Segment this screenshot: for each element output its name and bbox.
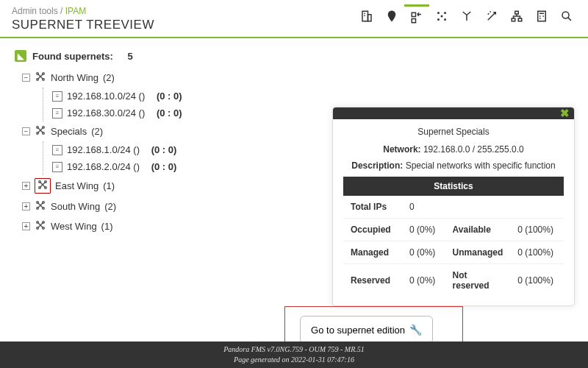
svg-point-6: [437, 12, 440, 14]
tree-leaf[interactable]: ≡192.168.10.0/24 () (0 : 0): [52, 88, 573, 105]
breadcrumb-root[interactable]: Admin tools: [12, 6, 58, 16]
svg-point-19: [562, 12, 569, 18]
svg-point-10: [441, 15, 443, 18]
supernet-icon: [35, 219, 46, 233]
svg-rect-13: [518, 18, 522, 21]
svg-rect-5: [412, 18, 415, 22]
expander-icon[interactable]: −: [22, 74, 30, 82]
expander-icon[interactable]: +: [22, 202, 30, 210]
toolbar-pin-icon[interactable]: [379, 4, 404, 28]
svg-rect-11: [515, 11, 519, 14]
toolbar: [354, 4, 579, 28]
selected-indicator: [35, 178, 51, 194]
detail-panel: ✖ Supernet Specials Network: 192.168.0.0…: [332, 107, 575, 306]
footer: Pandora FMS v7.0NG.759 - OUM 759 - MR.51…: [0, 342, 588, 368]
stats-header: Statistics: [343, 177, 564, 196]
svg-point-7: [444, 12, 446, 14]
svg-rect-1: [368, 15, 372, 21]
panel-title: Supernet Specials: [343, 127, 564, 137]
breadcrumb-current[interactable]: IPAM: [65, 6, 86, 16]
tree-row-north[interactable]: − North Wing (2): [22, 68, 573, 88]
toolbar-scatter-icon[interactable]: [429, 4, 454, 28]
toolbar-wand-icon[interactable]: [479, 4, 504, 28]
wrench-icon: 🔧: [409, 324, 422, 336]
subnet-icon: ≡: [52, 162, 62, 172]
close-icon[interactable]: ✖: [560, 107, 570, 120]
toolbar-branch-icon[interactable]: [454, 4, 479, 28]
svg-point-8: [437, 18, 440, 21]
supernet-icon: [35, 199, 46, 213]
expander-icon[interactable]: −: [22, 127, 30, 135]
expander-icon[interactable]: +: [22, 222, 30, 230]
goto-supernet-edition-button[interactable]: Go to supernet edition 🔧: [300, 316, 433, 344]
toolbar-building-icon[interactable]: [354, 4, 379, 28]
subnet-icon: ≡: [52, 108, 62, 118]
svg-point-9: [444, 18, 446, 21]
svg-rect-4: [412, 13, 415, 16]
expander-icon[interactable]: +: [22, 182, 30, 190]
supernet-icon: [37, 179, 49, 193]
svg-line-20: [568, 18, 571, 21]
svg-rect-12: [512, 18, 515, 21]
subnet-icon: ≡: [52, 91, 62, 102]
toolbar-sitemap-icon[interactable]: [504, 4, 529, 28]
supernet-icon: [35, 124, 46, 138]
found-badge-icon: ◣: [15, 50, 26, 62]
stats-table: Total IPs0 Occupied0 (0%)Available0 (100…: [343, 196, 564, 297]
panel-header: ✖: [333, 107, 574, 119]
subnet-icon: ≡: [52, 145, 62, 155]
svg-rect-14: [538, 11, 546, 21]
toolbar-search-icon[interactable]: [554, 4, 579, 28]
toolbar-network-icon[interactable]: [404, 4, 429, 28]
found-supernets: ◣ Found supernets: 5: [15, 50, 573, 62]
supernet-icon: [35, 71, 46, 85]
toolbar-calc-icon[interactable]: [529, 4, 554, 28]
